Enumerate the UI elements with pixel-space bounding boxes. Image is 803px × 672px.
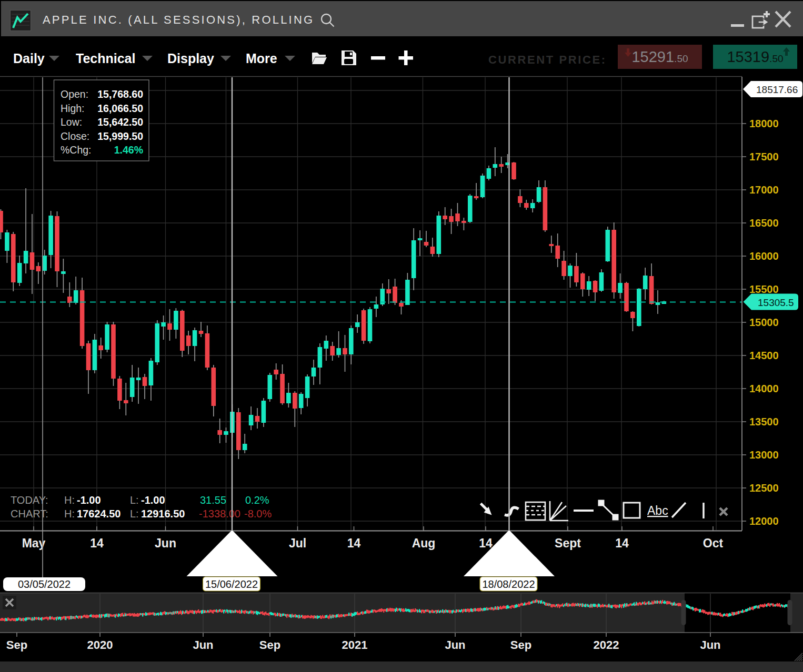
svg-text:Open:: Open: <box>61 88 88 100</box>
svg-text:Sep: Sep <box>259 638 280 651</box>
svg-text:15,768.60: 15,768.60 <box>97 88 143 100</box>
svg-text:High:: High: <box>61 103 85 114</box>
svg-text:12916.50: 12916.50 <box>141 508 185 520</box>
svg-text:Sep: Sep <box>6 638 27 651</box>
svg-text:15500: 15500 <box>749 283 779 295</box>
svg-text:16000: 16000 <box>749 250 779 262</box>
svg-text:14500: 14500 <box>749 350 779 361</box>
svg-text:13500: 13500 <box>749 416 779 427</box>
svg-text:16500: 16500 <box>749 217 779 229</box>
svg-text:0.2%: 0.2% <box>245 494 269 506</box>
svg-text:Low:: Low: <box>61 116 82 128</box>
svg-text:Jun: Jun <box>193 638 213 651</box>
svg-text:15,642.50: 15,642.50 <box>97 116 143 128</box>
svg-text:18000: 18000 <box>749 118 779 129</box>
svg-text:17500: 17500 <box>749 151 779 162</box>
svg-text:Abc: Abc <box>647 504 668 517</box>
svg-text:31.55: 31.55 <box>200 494 226 506</box>
svg-text:14: 14 <box>347 536 361 550</box>
svg-text:18517.66: 18517.66 <box>756 84 798 95</box>
svg-text:-8.0%: -8.0% <box>244 508 272 520</box>
svg-text:Oct: Oct <box>703 536 724 550</box>
svg-text:2021: 2021 <box>342 638 368 651</box>
svg-text:15/06/2022: 15/06/2022 <box>205 578 258 590</box>
svg-text:-1338.00: -1338.00 <box>199 508 240 520</box>
svg-text:12000: 12000 <box>749 515 779 527</box>
svg-text:2022: 2022 <box>594 638 619 651</box>
svg-text:L:: L: <box>130 508 139 520</box>
svg-text:Sept: Sept <box>555 536 581 550</box>
svg-text:H:: H: <box>64 508 75 520</box>
svg-text:Jul: Jul <box>289 536 306 550</box>
svg-text:14: 14 <box>615 536 629 550</box>
svg-text:15305.5: 15305.5 <box>758 297 794 308</box>
svg-text:2020: 2020 <box>87 638 113 651</box>
svg-text:Jun: Jun <box>155 536 176 550</box>
svg-text:16,066.50: 16,066.50 <box>97 103 143 114</box>
svg-text:-1.00: -1.00 <box>77 494 101 506</box>
svg-text:15,999.50: 15,999.50 <box>97 130 143 142</box>
svg-text:15000: 15000 <box>749 317 779 328</box>
svg-text:17624.50: 17624.50 <box>77 508 121 520</box>
svg-text:14: 14 <box>90 536 104 550</box>
svg-text:-1.00: -1.00 <box>141 494 165 506</box>
svg-text:Sep: Sep <box>510 638 531 651</box>
svg-text:14000: 14000 <box>749 383 779 394</box>
svg-text:%Chg:: %Chg: <box>61 144 92 156</box>
svg-text:12500: 12500 <box>749 482 779 494</box>
svg-text:May: May <box>22 536 46 550</box>
svg-text:17000: 17000 <box>749 184 779 196</box>
svg-text:Aug: Aug <box>412 536 436 550</box>
svg-text:18/08/2022: 18/08/2022 <box>482 578 535 590</box>
svg-text:H:: H: <box>64 494 75 506</box>
svg-text:Jun: Jun <box>700 638 720 651</box>
svg-text:14: 14 <box>479 536 493 550</box>
svg-text:13000: 13000 <box>749 449 779 461</box>
svg-text:Jun: Jun <box>445 638 465 651</box>
svg-text:1.46%: 1.46% <box>114 144 143 156</box>
svg-text:Close:: Close: <box>61 130 89 142</box>
svg-text:L:: L: <box>130 494 139 506</box>
svg-text:03/05/2022: 03/05/2022 <box>18 578 71 590</box>
